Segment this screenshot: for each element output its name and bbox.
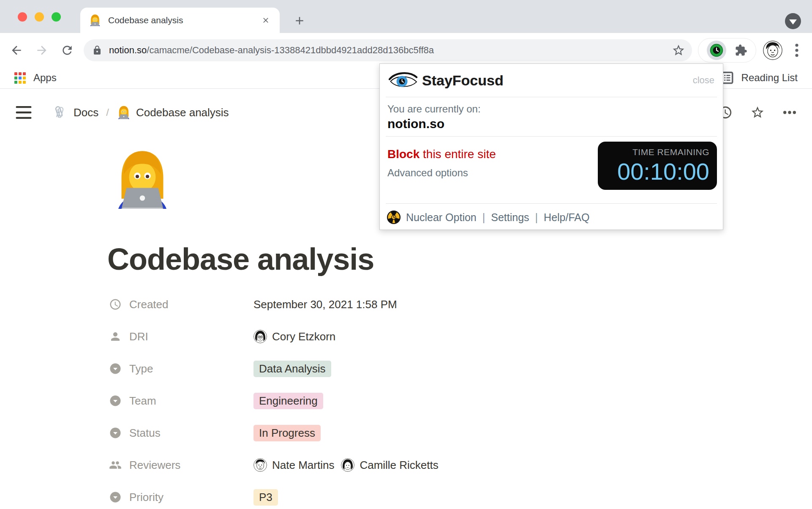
tag[interactable]: Data Analysis bbox=[253, 361, 331, 377]
select-icon bbox=[109, 394, 122, 407]
block-site-link[interactable]: Block this entire site bbox=[387, 148, 496, 161]
current-site-section: You are currently on: notion.so bbox=[380, 97, 723, 136]
timer-label: TIME REMAINING bbox=[605, 147, 709, 157]
breadcrumb-separator: / bbox=[106, 107, 109, 118]
property-row-team: Team Engineering bbox=[109, 385, 439, 417]
tab-search-button[interactable] bbox=[785, 13, 801, 29]
browser-window: Codebase analysis notion.so/camacme/Code… bbox=[0, 0, 812, 509]
person-chip[interactable]: Nate Martins bbox=[253, 458, 334, 472]
popup-body: Block this entire site Advanced options … bbox=[380, 137, 723, 203]
popup-header: StayFocusd close bbox=[380, 64, 723, 97]
minimize-window-button[interactable] bbox=[35, 12, 44, 22]
tag[interactable]: In Progress bbox=[253, 425, 321, 441]
advanced-options-link[interactable]: Advanced options bbox=[387, 167, 468, 179]
breadcrumb-workspace[interactable]: Docs bbox=[74, 106, 98, 119]
property-label[interactable]: Team bbox=[129, 394, 156, 408]
back-button[interactable] bbox=[8, 41, 25, 59]
current-site-domain: notion.so bbox=[387, 117, 715, 131]
page-options-icon[interactable] bbox=[782, 105, 797, 120]
clock-icon bbox=[109, 298, 122, 311]
browser-tab[interactable]: Codebase analysis bbox=[80, 8, 280, 33]
tab-close-icon[interactable] bbox=[260, 15, 271, 26]
avatar bbox=[253, 458, 267, 472]
person-name: Cory Etzkorn bbox=[272, 330, 335, 343]
woman-technologist-page-icon[interactable] bbox=[111, 148, 174, 211]
select-icon bbox=[109, 491, 122, 504]
notion-topbar-actions bbox=[718, 105, 797, 120]
woman-technologist-page-icon-small bbox=[117, 105, 131, 120]
extensions-container bbox=[698, 38, 756, 63]
tab-strip: Codebase analysis bbox=[0, 0, 812, 33]
property-row-status: Status In Progress bbox=[109, 417, 439, 449]
popup-footer: Nuclear Option | Settings | Help/FAQ bbox=[380, 204, 723, 231]
stayfocusd-extension-icon[interactable] bbox=[707, 41, 726, 60]
reading-list-button[interactable]: Reading List bbox=[741, 72, 798, 84]
avatar bbox=[253, 330, 267, 343]
chevron-down-icon bbox=[789, 19, 797, 25]
property-label[interactable]: Status bbox=[129, 427, 161, 440]
nuclear-option-link[interactable]: Nuclear Option bbox=[406, 211, 477, 224]
tab-title: Codebase analysis bbox=[108, 15, 260, 25]
property-label[interactable]: Created bbox=[129, 298, 169, 311]
address-bar[interactable]: notion.so/camacme/Codebase-analysis-1338… bbox=[84, 39, 692, 61]
link-separator: | bbox=[535, 211, 538, 224]
help-faq-link[interactable]: Help/FAQ bbox=[544, 211, 589, 224]
breadcrumb-page[interactable]: Codebase analysis bbox=[136, 106, 229, 119]
favorite-star-icon[interactable] bbox=[750, 105, 765, 120]
property-label[interactable]: DRI bbox=[129, 330, 148, 343]
page-title[interactable]: Codebase analysis bbox=[107, 242, 374, 276]
select-icon bbox=[109, 427, 122, 439]
property-label[interactable]: Type bbox=[129, 362, 153, 375]
bookmark-star-icon[interactable] bbox=[672, 44, 685, 57]
tag[interactable]: P3 bbox=[253, 489, 278, 506]
stayfocusd-brand: StayFocusd bbox=[422, 72, 504, 89]
extensions-puzzle-icon[interactable] bbox=[735, 44, 747, 57]
forward-button[interactable] bbox=[33, 41, 51, 59]
property-row-priority: Priority P3 bbox=[109, 481, 439, 509]
new-tab-button[interactable] bbox=[293, 14, 306, 27]
window-controls bbox=[18, 12, 61, 22]
browser-menu-icon[interactable] bbox=[789, 42, 804, 59]
reload-button[interactable] bbox=[58, 41, 76, 59]
close-window-button[interactable] bbox=[18, 12, 27, 22]
stayfocusd-popup: StayFocusd close You are currently on: n… bbox=[379, 63, 723, 230]
person-name: Nate Martins bbox=[272, 459, 334, 472]
person-chip[interactable]: Camille Ricketts bbox=[341, 458, 438, 472]
tag[interactable]: Engineering bbox=[253, 393, 323, 409]
property-row-type: Type Data Analysis bbox=[109, 353, 439, 385]
property-row-created: Created September 30, 2021 1:58 PM bbox=[109, 288, 439, 320]
people-icon bbox=[109, 459, 122, 471]
woman-technologist-favicon bbox=[89, 14, 101, 27]
lock-icon bbox=[92, 45, 102, 55]
nuclear-option-icon bbox=[387, 210, 401, 224]
apps-bookmark[interactable]: Apps bbox=[33, 72, 57, 84]
avatar bbox=[341, 458, 354, 472]
select-icon bbox=[109, 362, 122, 375]
docs-workspace-paperclip-icon[interactable] bbox=[51, 104, 68, 121]
property-list: Created September 30, 2021 1:58 PM DRI C… bbox=[109, 288, 439, 509]
settings-link[interactable]: Settings bbox=[491, 211, 529, 224]
property-row-dri: DRI Cory Etzkorn bbox=[109, 320, 439, 353]
link-separator: | bbox=[482, 211, 485, 224]
url-text: notion.so/camacme/Codebase-analysis-1338… bbox=[109, 45, 672, 56]
apps-grid-icon[interactable] bbox=[14, 72, 26, 84]
created-value[interactable]: September 30, 2021 1:58 PM bbox=[253, 298, 397, 311]
property-label[interactable]: Priority bbox=[129, 491, 163, 504]
stayfocusd-eye-logo bbox=[387, 71, 419, 90]
property-label[interactable]: Reviewers bbox=[129, 459, 180, 472]
person-name: Camille Ricketts bbox=[360, 459, 438, 472]
url-domain: notion.so bbox=[109, 45, 147, 55]
maximize-window-button[interactable] bbox=[52, 12, 61, 22]
popup-close-link[interactable]: close bbox=[693, 75, 714, 86]
browser-toolbar: notion.so/camacme/Codebase-analysis-1338… bbox=[0, 33, 812, 67]
url-path: /camacme/Codebase-analysis-13388421dbbd4… bbox=[147, 45, 434, 55]
sidebar-menu-icon[interactable] bbox=[15, 105, 32, 120]
profile-avatar[interactable] bbox=[763, 41, 782, 60]
current-site-label: You are currently on: bbox=[387, 103, 715, 115]
person-chip[interactable]: Cory Etzkorn bbox=[253, 330, 335, 343]
person-icon bbox=[109, 330, 122, 343]
timer-value: 00:10:00 bbox=[605, 158, 709, 185]
time-remaining-display: TIME REMAINING 00:10:00 bbox=[598, 142, 717, 190]
property-row-reviewers: Reviewers Nate Martins Camille Ricketts bbox=[109, 449, 439, 481]
